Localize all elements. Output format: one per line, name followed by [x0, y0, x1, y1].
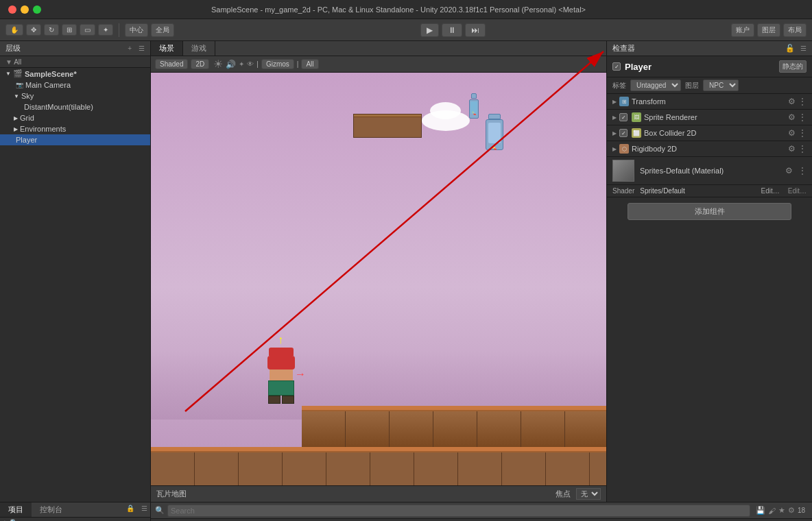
- focus-select[interactable]: 无: [576, 488, 601, 500]
- tool-rect[interactable]: ▭: [80, 24, 95, 36]
- panel-lock[interactable]: 🔒: [122, 502, 139, 517]
- material-row: Sprites-Default (Material) ⚙ ⋮: [607, 157, 812, 185]
- static-badge[interactable]: 静态的: [779, 60, 807, 73]
- inspector-lock[interactable]: 🔓: [785, 44, 795, 53]
- window-controls[interactable]: [8, 5, 41, 14]
- collider-overflow[interactable]: ⋮: [798, 128, 807, 138]
- effect-icon[interactable]: ✦: [239, 60, 244, 68]
- sprite-enabled[interactable]: ✓: [619, 113, 628, 121]
- tool-hand[interactable]: ✋: [5, 24, 23, 36]
- scene-toolbar: Shaded 2D ☀ 🔊 ✦ 👁 | Gizmos | All: [151, 56, 606, 73]
- shader-edit-left[interactable]: Edit…: [761, 187, 780, 195]
- tool-scale[interactable]: ⊞: [62, 24, 77, 36]
- tilemap-label: 瓦片地图: [156, 489, 187, 499]
- transform-icon: ⊞: [619, 97, 629, 106]
- tag-label: 标签: [612, 81, 626, 90]
- gameobject-active-checkbox[interactable]: ✓: [612, 62, 621, 71]
- tool-transform[interactable]: ✦: [98, 24, 113, 36]
- rigidbody-icon: ⬡: [619, 144, 629, 154]
- hierarchy-sky[interactable]: ▼ Sky: [0, 90, 150, 101]
- project-tree-panel: 项目 控制台 🔒 ☰ + 🔍 ▼★ Favorites 🔍All Materia…: [0, 502, 151, 521]
- shader-edit-right[interactable]: Edit…: [788, 187, 807, 195]
- inspector-panel: 检查器 🔓 ☰ ✓ Player 静态的 标签 Untagged 图层 NPC …: [606, 41, 812, 502]
- rigidbody-component[interactable]: ▶ ⬡ Rigidbody 2D ⚙ ⋮: [607, 141, 812, 157]
- scene-tabs: 场景 游戏: [151, 41, 606, 56]
- transform-component[interactable]: ▶ ⊞ Transform ⚙ ⋮: [607, 94, 812, 110]
- add-component-button[interactable]: 添加组件: [628, 203, 791, 220]
- rigidbody-settings[interactable]: ⚙: [788, 144, 796, 154]
- inspector-title: 检查器: [612, 43, 635, 53]
- bottle-right: 💊: [486, 114, 503, 150]
- bottom-toolbar-icons: 💾 🖌 ★ ⚙ 18: [753, 506, 808, 515]
- pause-button[interactable]: ⏸: [442, 23, 462, 37]
- global-button[interactable]: 全局: [151, 23, 174, 37]
- collider-expand: ▶: [612, 130, 617, 136]
- panel-menu[interactable]: ☰: [139, 502, 150, 517]
- rigidbody-overflow[interactable]: ⋮: [798, 144, 807, 154]
- hide-icon[interactable]: 👁: [247, 60, 254, 68]
- collider-component[interactable]: ▶ ✓ ⬜ Box Collider 2D ⚙ ⋮: [607, 125, 812, 141]
- tilemap-bar: 瓦片地图 焦点 无: [151, 485, 606, 502]
- hierarchy-distantmount[interactable]: DistantMount(tilable): [0, 101, 150, 112]
- sprite-settings[interactable]: ⚙: [788, 112, 796, 122]
- player-y-arrow: ↑: [278, 334, 283, 346]
- inspector-menu[interactable]: ☰: [800, 45, 807, 52]
- layout-button[interactable]: 布局: [783, 23, 807, 37]
- maximize-button[interactable]: [33, 5, 41, 14]
- step-button[interactable]: ⏭: [465, 23, 486, 37]
- sprite-label: Sprite Renderer: [644, 113, 785, 121]
- tool-rotate[interactable]: ↻: [44, 24, 59, 36]
- layer-select[interactable]: NPC: [703, 80, 739, 91]
- gameobject-name[interactable]: Player: [625, 62, 652, 72]
- shaded-dropdown[interactable]: Shaded: [155, 59, 188, 69]
- sprite-overflow[interactable]: ⋮: [798, 112, 807, 122]
- game-tab[interactable]: 游戏: [183, 41, 215, 56]
- main-platform: [302, 406, 606, 447]
- paint-icon[interactable]: 🖌: [768, 507, 776, 515]
- hierarchy-maincamera[interactable]: 📷 Main Camera: [0, 80, 150, 90]
- hierarchy-samplescene[interactable]: ▼ 🎬 SampleScene*: [0, 68, 150, 80]
- audio-icon[interactable]: 🔊: [226, 60, 236, 69]
- all-button[interactable]: All: [301, 59, 318, 69]
- layers-button[interactable]: 图层: [757, 23, 780, 37]
- sprite-renderer-component[interactable]: ▶ ✓ 🖼 Sprite Renderer ⚙ ⋮: [607, 110, 812, 125]
- material-settings[interactable]: ⚙: [785, 166, 793, 175]
- minimize-button[interactable]: [21, 5, 29, 14]
- hierarchy-environments[interactable]: ▶ Environments: [0, 123, 150, 134]
- project-search-input[interactable]: [167, 505, 750, 517]
- console-tab[interactable]: 控制台: [32, 502, 71, 517]
- scene-panel: 场景 游戏 Shaded 2D ☀ 🔊 ✦ 👁 | Gizmos | All: [151, 41, 606, 502]
- tag-select[interactable]: Untagged: [630, 80, 681, 91]
- sprite-expand: ▶: [612, 114, 617, 121]
- gizmos-button[interactable]: Gizmos: [261, 59, 294, 69]
- transform-expand: ▶: [612, 99, 617, 105]
- collider-enabled[interactable]: ✓: [619, 129, 628, 137]
- collider-settings[interactable]: ⚙: [788, 128, 796, 138]
- transform-overflow[interactable]: ⋮: [798, 97, 807, 106]
- shader-value: Sprites/Default: [640, 187, 685, 195]
- project-tab[interactable]: 项目: [0, 502, 32, 517]
- hierarchy-panel: 层级 + ☰ ▼ All ▼ 🎬 SampleScene* 📷 Main Cam…: [0, 41, 151, 502]
- inspector-header: 检查器 🔓 ☰: [607, 41, 812, 56]
- hierarchy-player[interactable]: Player: [0, 134, 150, 145]
- save-icon[interactable]: 💾: [756, 506, 765, 515]
- star-icon[interactable]: ★: [778, 506, 785, 515]
- material-overflow[interactable]: ⋮: [798, 166, 807, 175]
- item-count: ⚙: [788, 506, 795, 515]
- scene-tab[interactable]: 场景: [151, 41, 183, 56]
- platform-top-boxes: [353, 114, 422, 138]
- tool-move[interactable]: ✥: [26, 24, 41, 36]
- hierarchy-grid[interactable]: ▶ Grid: [0, 112, 150, 123]
- scene-viewport[interactable]: 💊 💊: [151, 73, 606, 502]
- close-button[interactable]: [8, 5, 16, 14]
- play-button[interactable]: ▶: [420, 23, 439, 37]
- pivot-button[interactable]: 中心: [125, 23, 148, 37]
- transform-settings[interactable]: ⚙: [788, 97, 796, 106]
- lighting-icon[interactable]: ☀: [213, 58, 223, 71]
- hierarchy-menu[interactable]: ☰: [139, 45, 145, 52]
- mode-2d-button[interactable]: 2D: [191, 59, 209, 69]
- shader-label: Shader: [612, 187, 634, 195]
- titlebar: SampleScene - my_game_2d - PC, Mac & Lin…: [0, 0, 812, 19]
- hierarchy-add[interactable]: +: [128, 45, 132, 52]
- account-button[interactable]: 账户: [731, 23, 754, 37]
